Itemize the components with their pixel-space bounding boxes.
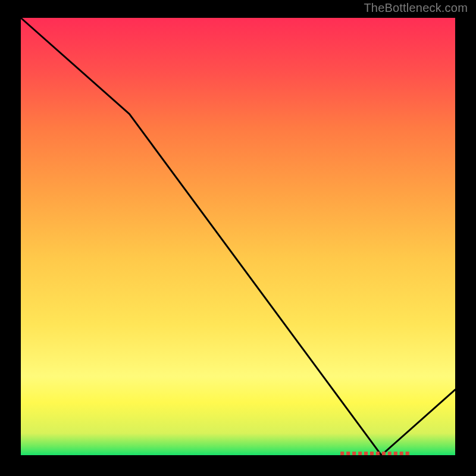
optimal-range-dot — [352, 452, 356, 455]
optimal-range-dot — [382, 452, 386, 455]
optimal-range-marker — [340, 452, 409, 455]
optimal-range-dot — [340, 452, 344, 455]
optimal-range-dot — [346, 452, 350, 455]
optimal-range-dot — [370, 452, 374, 455]
bottleneck-curve — [21, 18, 455, 455]
plot-overlay — [21, 18, 455, 455]
optimal-range-dot — [358, 452, 362, 455]
chart-frame: TheBottleneck.com — [0, 0, 476, 476]
optimal-range-dot — [388, 452, 392, 455]
optimal-range-dot — [364, 452, 368, 455]
optimal-range-dot — [394, 452, 397, 455]
attribution-label: TheBottleneck.com — [364, 1, 468, 15]
optimal-range-dot — [400, 452, 403, 455]
optimal-range-dot — [376, 452, 380, 455]
optimal-range-dot — [406, 452, 409, 455]
